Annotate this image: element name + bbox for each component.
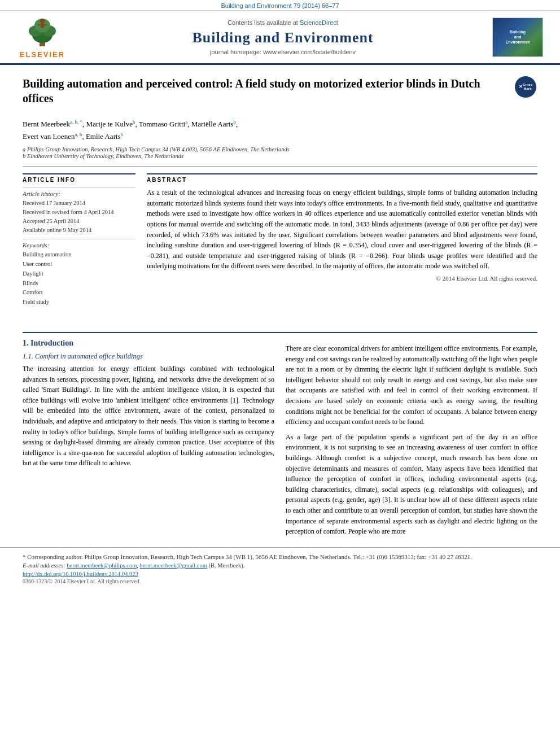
affiliations: a Philips Group Innovation, Research, Hi… [23,146,537,159]
elsevier-logo-area: ELSEVIER [11,15,73,59]
keyword-5: Comfort [23,288,135,298]
svg-rect-8 [44,24,47,25]
elsevier-tree-icon [20,15,65,49]
divider [23,166,537,167]
crossmark-circle: ✕ CrossMark [515,76,536,98]
keywords-list: Building automation User control Dayligh… [23,250,135,307]
received-date: Received 17 January 2014 [23,199,135,208]
author-4: Mariëlle Aarts [191,120,234,128]
abstract-copyright: © 2014 Elsevier Ltd. All rights reserved… [147,275,537,282]
author-5: Evert van Loenen [23,132,75,141]
keyword-2: User control [23,260,135,269]
right-col-spacer [286,333,537,343]
elsevier-wordmark: ELSEVIER [20,50,65,59]
email-link-1[interactable]: bernt.meerbeek@philips.com [67,562,137,569]
sciencedirect-link[interactable]: ScienceDirect [300,19,338,26]
footnote-email: E-mail addresses: bernt.meerbeek@philips… [23,562,537,569]
author-1: Bernt Meerbeek [23,120,70,128]
abstract-heading: Abstract [147,173,537,183]
section-1-heading: 1. Introduction [23,339,274,348]
keyword-1: Building automation [23,250,135,260]
crossmark-badge[interactable]: ✕ CrossMark [515,76,537,99]
svg-point-5 [40,19,45,23]
footnote-doi[interactable]: http://dx.doi.org/10.1016/j.buildenv.201… [23,571,537,577]
info-abstract-section: Article Info Article history: Received 1… [23,173,537,312]
authors-line: Bernt Meerbeeka, b, *, Marije te Kulveb,… [23,118,537,143]
article-info-heading: Article Info [23,173,135,183]
journal-thumbnail-area: BuildingandEnvironment [492,18,549,57]
article-title: Building automation and perceived contro… [23,76,506,106]
author-3: Tommaso Gritti [139,120,186,128]
journal-volume-info: Building and Environment 79 (2014) 66–77 [0,0,560,11]
author-6: Emile Aarts [86,132,121,141]
sciencedirect-line: Contents lists available at ScienceDirec… [73,19,492,26]
abstract-text: As a result of the technological advance… [147,187,537,272]
footnote-issn: 0360-1323/© 2014 Elsevier Ltd. All right… [23,578,537,584]
journal-title: Building and Environment [73,29,492,46]
article-info-col: Article Info Article history: Received 1… [23,173,135,312]
keyword-4: Blinds [23,279,135,289]
abstract-col: Abstract As a result of the technologica… [147,173,537,312]
subsection-1-heading: 1.1. Comfort in automated office buildin… [23,352,274,361]
journal-homepage: journal homepage: www.elsevier.com/locat… [73,49,492,55]
keyword-6: Field study [23,298,135,307]
svg-rect-6 [41,23,44,28]
article-title-section: Building automation and perceived contro… [23,76,537,111]
affiliation-1: a Philips Group Innovation, Research, Hi… [23,146,537,152]
journal-name-area: Contents lists available at ScienceDirec… [73,19,492,55]
article-history-title: Article history: [23,190,135,197]
body-col-right: There are clear economical drivers for a… [286,333,537,541]
online-date: Available online 9 May 2014 [23,226,135,235]
article-title-text: Building automation and perceived contro… [23,76,506,111]
article-history: Article history: Received 17 January 201… [23,187,135,234]
keyword-3: Daylight [23,269,135,279]
body-paragraph-1: The increasing attention for energy effi… [23,364,274,469]
article-content: Building automation and perceived contro… [0,65,560,332]
svg-rect-7 [38,24,41,25]
elsevier-logo: ELSEVIER [11,15,73,59]
email-link-2[interactable]: bernt.meerbeek@gmail.com [140,562,207,569]
accepted-date: Accepted 25 April 2014 [23,217,135,226]
journal-thumb-label: BuildingandEnvironment [506,29,530,45]
body-col-left: 1. Introduction 1.1. Comfort in automate… [23,333,274,541]
author-2: Marije te Kulve [86,120,133,128]
revised-date: Received in revised form 4 April 2014 [23,208,135,217]
footnote-section: * Corresponding author. Philips Group In… [0,547,560,589]
affiliation-2: b Eindhoven University of Technology, Ei… [23,153,537,159]
keywords-section: Keywords: Building automation User contr… [23,239,135,307]
body-paragraph-right-1: There are clear economical drivers for a… [286,343,537,427]
journal-header: ELSEVIER Contents lists available at Sci… [0,11,560,65]
footnote-asterisk: * Corresponding author. Philips Group In… [23,552,537,562]
body-content: 1. Introduction 1.1. Comfort in automate… [0,333,560,541]
keywords-title: Keywords: [23,242,135,248]
journal-thumbnail: BuildingandEnvironment [492,18,543,57]
body-paragraph-right-2: As a large part of the population spends… [286,432,537,537]
